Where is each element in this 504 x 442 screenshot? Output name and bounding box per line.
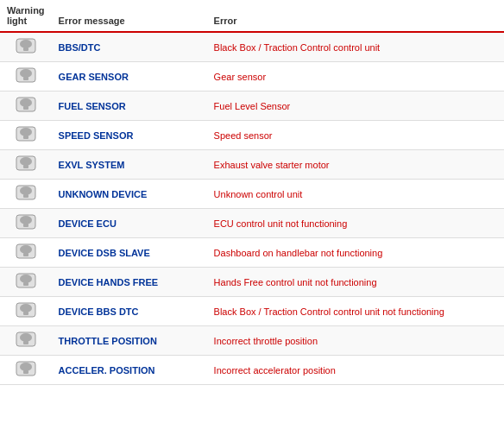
warning-light-icon bbox=[16, 155, 36, 172]
warning-light-cell bbox=[0, 326, 52, 356]
error-description-cell: Dashboard on handlebar not functioning bbox=[207, 238, 504, 268]
warning-light-cell bbox=[0, 32, 52, 62]
table-row: DEVICE ECUECU control unit not functioni… bbox=[0, 209, 504, 238]
svg-rect-35 bbox=[23, 370, 28, 374]
warning-light-icon bbox=[16, 301, 36, 319]
warning-light-cell bbox=[0, 356, 52, 385]
error-description-cell: Black Box / Traction Control control uni… bbox=[207, 32, 504, 62]
warning-light-icon bbox=[16, 272, 36, 289]
table-row: ACCELER. POSITIONIncorrect accelerator p… bbox=[0, 356, 504, 385]
table-row: GEAR SENSORGear sensor bbox=[0, 62, 504, 92]
header-warning-light: Warning light bbox=[0, 0, 52, 32]
svg-point-31 bbox=[20, 333, 32, 342]
svg-point-28 bbox=[20, 304, 32, 313]
warning-light-cell bbox=[0, 180, 52, 209]
warning-light-icon bbox=[16, 213, 36, 230]
svg-rect-23 bbox=[23, 253, 28, 256]
warning-light-icon bbox=[16, 125, 36, 142]
error-description-cell: ECU control unit not functioning bbox=[207, 209, 504, 238]
warning-light-icon bbox=[16, 184, 36, 201]
error-message-cell: DEVICE DSB SLAVE bbox=[52, 238, 207, 268]
error-message-cell: UNKNOWN DEVICE bbox=[52, 180, 207, 209]
warning-light-cell bbox=[0, 238, 52, 268]
svg-point-16 bbox=[20, 186, 32, 195]
svg-rect-11 bbox=[23, 136, 28, 139]
svg-point-19 bbox=[20, 216, 32, 224]
error-message-cell: SPEED SENSOR bbox=[52, 121, 207, 150]
svg-point-13 bbox=[20, 157, 32, 166]
error-message-cell: DEVICE ECU bbox=[52, 209, 207, 238]
error-description-cell: Speed sensor bbox=[207, 121, 504, 150]
table-row: EXVL SYSTEMExhaust valve starter motor bbox=[0, 150, 504, 180]
warning-light-icon bbox=[16, 96, 36, 113]
warning-light-cell bbox=[0, 92, 52, 121]
svg-point-34 bbox=[20, 363, 32, 371]
warning-light-cell bbox=[0, 209, 52, 238]
error-message-cell: BBS/DTC bbox=[52, 32, 207, 62]
table-row: UNKNOWN DEVICEUnknown control unit bbox=[0, 180, 504, 209]
svg-rect-32 bbox=[23, 341, 28, 344]
svg-point-4 bbox=[20, 69, 32, 78]
svg-rect-29 bbox=[23, 312, 28, 315]
svg-rect-2 bbox=[23, 47, 28, 51]
warning-light-icon bbox=[16, 37, 36, 54]
error-message-cell: DEVICE HANDS FREE bbox=[52, 268, 207, 297]
error-message-cell: GEAR SENSOR bbox=[52, 62, 207, 92]
svg-point-10 bbox=[20, 128, 32, 136]
svg-point-7 bbox=[20, 98, 32, 107]
error-description-cell: Black Box / Traction Control control uni… bbox=[207, 297, 504, 326]
svg-rect-5 bbox=[23, 77, 28, 80]
error-description-cell: Fuel Level Sensor bbox=[207, 92, 504, 121]
table-row: FUEL SENSORFuel Level Sensor bbox=[0, 92, 504, 121]
error-message-cell: DEVICE BBS DTC bbox=[52, 297, 207, 326]
table-row: DEVICE BBS DTCBlack Box / Traction Contr… bbox=[0, 297, 504, 326]
warning-light-cell bbox=[0, 297, 52, 326]
error-description-cell: Incorrect throttle position bbox=[207, 326, 504, 356]
warning-light-cell bbox=[0, 268, 52, 297]
warning-light-icon bbox=[16, 331, 36, 348]
table-row: SPEED SENSORSpeed sensor bbox=[0, 121, 504, 150]
svg-point-22 bbox=[20, 245, 32, 254]
warning-light-icon bbox=[16, 360, 36, 377]
error-description-cell: Exhaust valve starter motor bbox=[207, 150, 504, 180]
table-row: DEVICE DSB SLAVEDashboard on handlebar n… bbox=[0, 238, 504, 268]
error-message-cell: THROTTLE POSITION bbox=[52, 326, 207, 356]
svg-rect-20 bbox=[23, 224, 28, 227]
error-message-cell: ACCELER. POSITION bbox=[52, 356, 207, 385]
svg-rect-17 bbox=[23, 194, 28, 198]
svg-rect-8 bbox=[23, 106, 28, 110]
error-description-cell: Unknown control unit bbox=[207, 180, 504, 209]
svg-rect-26 bbox=[23, 282, 28, 286]
header-error: Error bbox=[207, 0, 504, 32]
table-row: BBS/DTCBlack Box / Traction Control cont… bbox=[0, 32, 504, 62]
error-description-cell: Hands Free control unit not functioning bbox=[207, 268, 504, 297]
svg-point-1 bbox=[20, 40, 32, 48]
error-message-cell: EXVL SYSTEM bbox=[52, 150, 207, 180]
warning-light-cell bbox=[0, 121, 52, 150]
warning-light-icon bbox=[16, 243, 36, 260]
error-description-cell: Gear sensor bbox=[207, 62, 504, 92]
error-description-cell: Incorrect accelerator position bbox=[207, 356, 504, 385]
svg-point-25 bbox=[20, 275, 32, 283]
warning-light-cell bbox=[0, 150, 52, 180]
error-message-cell: FUEL SENSOR bbox=[52, 92, 207, 121]
warning-light-cell bbox=[0, 62, 52, 92]
table-row: THROTTLE POSITIONIncorrect throttle posi… bbox=[0, 326, 504, 356]
svg-rect-14 bbox=[23, 165, 28, 168]
warning-light-icon bbox=[16, 66, 36, 84]
header-error-message: Error message bbox=[52, 0, 207, 32]
table-row: DEVICE HANDS FREEHands Free control unit… bbox=[0, 268, 504, 297]
